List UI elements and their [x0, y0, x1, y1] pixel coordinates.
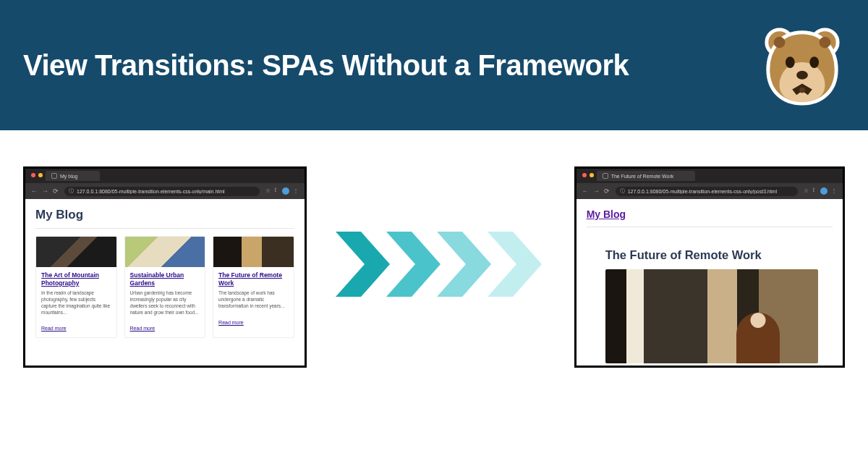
svg-point-4: [786, 56, 795, 68]
back-icon[interactable]: ←: [582, 187, 589, 195]
post-title-link[interactable]: The Art of Mountain Photography: [41, 271, 111, 287]
address-bar-row: ← → ⟳ ⓘ 127.0.0.1:8080/05-multiple-trans…: [25, 183, 305, 199]
hero-banner: View Transitions: SPAs Without a Framewo…: [0, 0, 868, 130]
divider: [35, 228, 294, 229]
tab-title: The Future of Remote Work: [611, 174, 674, 179]
home-link[interactable]: My Blog: [587, 208, 626, 220]
bear-logo: [760, 22, 845, 108]
page-content: My Blog The Future of Remote Work: [576, 199, 843, 366]
post-excerpt: The landscape of work has undergone a dr…: [218, 290, 289, 309]
extensions-icon[interactable]: ⠇: [274, 187, 278, 195]
post-card: The Future of Remote Work The landscape …: [213, 236, 294, 338]
info-icon: ⓘ: [69, 187, 74, 195]
post-thumbnail: [213, 237, 294, 267]
post-card: The Art of Mountain Photography In the r…: [35, 236, 117, 338]
read-more-link[interactable]: Read more: [41, 326, 67, 331]
tab-title: My blog: [60, 174, 78, 179]
address-bar[interactable]: ⓘ 127.0.0.1:8080/05-multiple-transition-…: [616, 187, 798, 196]
browser-tab[interactable]: My blog: [46, 171, 100, 181]
info-icon: ⓘ: [620, 187, 625, 195]
close-icon[interactable]: [31, 173, 35, 177]
reload-icon[interactable]: ⟳: [53, 187, 59, 195]
browser-window-after: The Future of Remote Work ← → ⟳ ⓘ 127.0.…: [574, 166, 845, 368]
read-more-link[interactable]: Read more: [218, 320, 244, 325]
post-hero-image: [605, 269, 818, 363]
main-content: My blog ← → ⟳ ⓘ 127.0.0.1:8080/05-multip…: [0, 130, 868, 456]
divider: [587, 227, 833, 227]
menu-icon[interactable]: ⋮: [293, 187, 299, 195]
profile-avatar[interactable]: [282, 187, 289, 195]
read-more-link[interactable]: Read more: [130, 326, 156, 331]
forward-icon[interactable]: →: [42, 187, 48, 195]
card-grid: The Art of Mountain Photography In the r…: [35, 236, 294, 338]
star-icon[interactable]: ☆: [265, 187, 271, 195]
post-title-link[interactable]: Sustainable Urban Gardens: [130, 271, 200, 287]
star-icon[interactable]: ☆: [804, 187, 809, 195]
close-icon[interactable]: [582, 173, 587, 177]
minimize-icon[interactable]: [38, 173, 43, 177]
blog-heading: My Blog: [35, 208, 294, 222]
svg-point-5: [809, 56, 819, 68]
post-excerpt: Urban gardening has become increasingly …: [130, 290, 200, 316]
post-heading: The Future of Remote Work: [605, 248, 818, 262]
minimize-icon[interactable]: [590, 173, 594, 177]
svg-point-6: [796, 71, 808, 80]
post-title-link[interactable]: The Future of Remote Work: [218, 271, 289, 287]
svg-point-3: [820, 37, 831, 48]
browser-window-before: My blog ← → ⟳ ⓘ 127.0.0.1:8080/05-multip…: [23, 166, 307, 368]
url-text: 127.0.0.1:8080/05-multiple-transition-el…: [628, 189, 778, 194]
post-thumbnail: [36, 237, 116, 267]
post-thumbnail: [125, 237, 205, 267]
forward-icon[interactable]: →: [593, 187, 600, 195]
address-bar-row: ← → ⟳ ⓘ 127.0.0.1:8080/05-multiple-trans…: [576, 183, 843, 199]
url-text: 127.0.0.1:8080/05-multiple-transition-el…: [77, 189, 225, 194]
post-excerpt: In the realm of landscape photography, f…: [41, 290, 111, 316]
menu-icon[interactable]: ⋮: [831, 187, 837, 195]
browser-tab[interactable]: The Future of Remote Work: [597, 171, 696, 181]
address-bar[interactable]: ⓘ 127.0.0.1:8080/05-multiple-transition-…: [64, 187, 260, 196]
back-icon[interactable]: ←: [31, 187, 38, 195]
browser-chrome: The Future of Remote Work ← → ⟳ ⓘ 127.0.…: [576, 169, 843, 199]
page-content: My Blog The Art of Mountain Photography …: [25, 199, 305, 366]
page-title: View Transitions: SPAs Without a Framewo…: [23, 49, 629, 82]
reload-icon[interactable]: ⟳: [604, 187, 610, 195]
extensions-icon[interactable]: ⠇: [812, 187, 817, 195]
svg-point-7: [799, 87, 805, 93]
browser-chrome: My blog ← → ⟳ ⓘ 127.0.0.1:8080/05-multip…: [25, 169, 305, 199]
svg-point-2: [774, 37, 786, 48]
post-card: Sustainable Urban Gardens Urban gardenin…: [124, 236, 206, 338]
profile-avatar[interactable]: [820, 187, 827, 195]
transition-arrows: [328, 224, 553, 304]
